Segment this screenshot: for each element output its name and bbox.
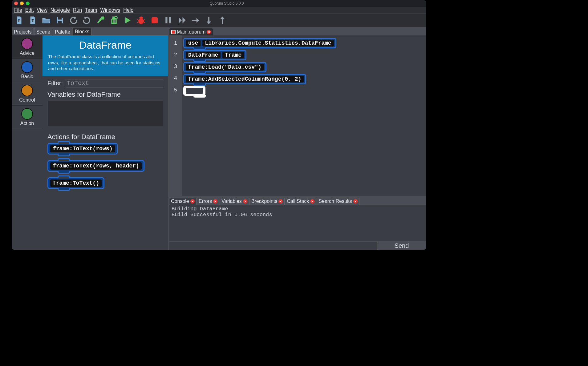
menu-navigate[interactable]: Navigate <box>49 7 71 13</box>
close-tab-icon[interactable]: ✕ <box>310 199 314 203</box>
maximize-window-icon[interactable] <box>26 2 30 5</box>
code-block-decl[interactable]: DataFrame frame <box>183 50 246 60</box>
close-tab-icon[interactable]: ✕ <box>190 199 195 203</box>
menu-view[interactable]: View <box>35 7 48 13</box>
toolbar: P <box>12 14 426 27</box>
new-project-icon[interactable]: P <box>14 15 24 25</box>
menu-team[interactable]: Team <box>84 7 98 13</box>
svg-rect-3 <box>101 17 104 20</box>
menu-file[interactable]: File <box>13 7 23 13</box>
right-pane: Main.quorum ✕ 1 2 3 4 5 use Libraries.Co… <box>169 27 426 250</box>
editor-tab-main[interactable]: Main.quorum ✕ <box>169 28 213 35</box>
svg-rect-9 <box>169 17 171 23</box>
close-tab-icon[interactable]: ✕ <box>278 199 283 203</box>
run-icon[interactable] <box>123 15 132 25</box>
tab-variables[interactable]: Variables✕ <box>220 198 249 205</box>
left-pane: Projects Scene Palette Blocks Advice Bas… <box>12 27 169 250</box>
tab-call-stack[interactable]: Call Stack✕ <box>285 198 316 205</box>
save-icon[interactable] <box>55 15 65 25</box>
variables-box <box>47 100 163 126</box>
filter-input[interactable] <box>65 79 163 87</box>
tab-search-results[interactable]: Search Results✕ <box>317 198 359 205</box>
tab-blocks[interactable]: Blocks <box>73 28 91 35</box>
stop-icon[interactable] <box>150 15 160 25</box>
line-number: 3 <box>169 61 182 72</box>
close-tab-icon[interactable]: ✕ <box>207 30 211 34</box>
close-tab-icon[interactable]: ✕ <box>243 199 247 203</box>
action-block-text: frame:ToText(rows, header) <box>50 162 142 170</box>
code-editor[interactable]: 1 2 3 4 5 use Libraries.Compute.Statisti… <box>169 35 426 196</box>
dataframe-header: DataFrame The DataFrame class is a colle… <box>43 35 168 76</box>
dataframe-description: The DataFrame class is a collection of c… <box>48 54 163 72</box>
menu-edit[interactable]: Edit <box>24 7 35 13</box>
action-block[interactable]: frame:ToText(rows, header) <box>47 160 144 172</box>
clean-build-icon[interactable] <box>109 15 119 25</box>
minimize-window-icon[interactable] <box>20 2 24 5</box>
send-bar: Send <box>169 241 426 250</box>
code-block-call[interactable]: frame:AddSelectedColumnRange(0, 2) <box>183 74 306 84</box>
pause-icon[interactable] <box>163 15 173 25</box>
step-over-icon[interactable] <box>190 15 200 25</box>
category-basic[interactable]: Basic <box>12 59 43 82</box>
svg-text:P: P <box>18 19 20 23</box>
build-icon[interactable] <box>95 15 105 25</box>
tab-palette[interactable]: Palette <box>53 28 72 35</box>
tab-breakpoints[interactable]: Breakpoints✕ <box>249 198 285 205</box>
tab-label: Call Stack <box>287 199 309 204</box>
tab-console[interactable]: Console✕ <box>169 198 197 205</box>
menu-help[interactable]: Help <box>122 7 135 13</box>
tab-errors[interactable]: Errors✕ <box>197 198 220 205</box>
tab-scene[interactable]: Scene <box>34 28 52 35</box>
category-action[interactable]: Action <box>12 106 43 129</box>
bottom-pane: Console✕ Errors✕ Variables✕ Breakpoints✕… <box>169 196 426 250</box>
action-block-text: frame:ToText(rows) <box>50 145 115 152</box>
action-block[interactable]: frame:ToText() <box>47 177 104 189</box>
actions-heading: Actions for DataFrame <box>47 133 163 141</box>
step-into-icon[interactable] <box>204 15 214 25</box>
redo-icon[interactable] <box>82 15 92 25</box>
left-tabbar: Projects Scene Palette Blocks <box>12 27 168 35</box>
basic-circle-icon <box>21 61 33 73</box>
category-advice[interactable]: Advice <box>12 35 43 59</box>
editor-tab-label: Main.quorum <box>177 29 205 35</box>
menubar: File Edit View Navigate Run Team Windows… <box>12 7 426 14</box>
open-icon[interactable] <box>41 15 51 25</box>
new-file-icon[interactable] <box>28 15 38 25</box>
empty-segment <box>186 88 203 94</box>
svg-rect-2 <box>58 21 62 24</box>
line-gutter: 1 2 3 4 5 <box>169 35 182 196</box>
category-label: Action <box>20 121 34 126</box>
code-block-use[interactable]: use Libraries.Compute.Statistics.DataFra… <box>183 38 336 48</box>
line-number: 5 <box>169 84 182 96</box>
detail-column: DataFrame The DataFrame class is a colle… <box>43 35 168 250</box>
code-segment: frame:AddSelectedColumnRange(0, 2) <box>186 76 304 82</box>
tab-projects[interactable]: Projects <box>12 28 34 35</box>
debug-icon[interactable] <box>136 15 146 25</box>
close-window-icon[interactable] <box>14 2 18 5</box>
code-area[interactable]: use Libraries.Compute.Statistics.DataFra… <box>182 35 426 196</box>
action-block[interactable]: frame:ToText(rows) <box>47 143 118 155</box>
menu-run[interactable]: Run <box>72 7 83 13</box>
content: Projects Scene Palette Blocks Advice Bas… <box>12 27 426 250</box>
step-icon[interactable] <box>177 15 187 25</box>
control-circle-icon <box>21 85 33 96</box>
console-output: Building DataFrame Build Successful in 0… <box>169 205 426 241</box>
close-tab-icon[interactable]: ✕ <box>213 199 217 203</box>
category-column: Advice Basic Control Action <box>12 35 43 250</box>
code-block-cursor[interactable] <box>183 86 205 96</box>
close-tab-icon[interactable]: ✕ <box>353 199 358 203</box>
menu-windows[interactable]: Windows <box>99 7 121 13</box>
tab-label: Search Results <box>318 199 352 204</box>
window-title: Quorum Studio 6.0.0 <box>30 1 424 6</box>
step-out-icon[interactable] <box>217 15 227 25</box>
code-segment: use <box>186 40 201 46</box>
code-segment: DataFrame <box>186 52 221 58</box>
category-control[interactable]: Control <box>12 82 43 106</box>
undo-icon[interactable] <box>68 15 78 25</box>
bottom-tabbar: Console✕ Errors✕ Variables✕ Breakpoints✕… <box>169 197 426 205</box>
category-label: Control <box>19 97 35 103</box>
code-block-call[interactable]: frame:Load("Data.csv") <box>183 62 266 72</box>
variables-heading: Variables for DataFrame <box>47 90 163 99</box>
send-button[interactable]: Send <box>377 242 426 250</box>
titlebar: Quorum Studio 6.0.0 <box>12 0 426 7</box>
